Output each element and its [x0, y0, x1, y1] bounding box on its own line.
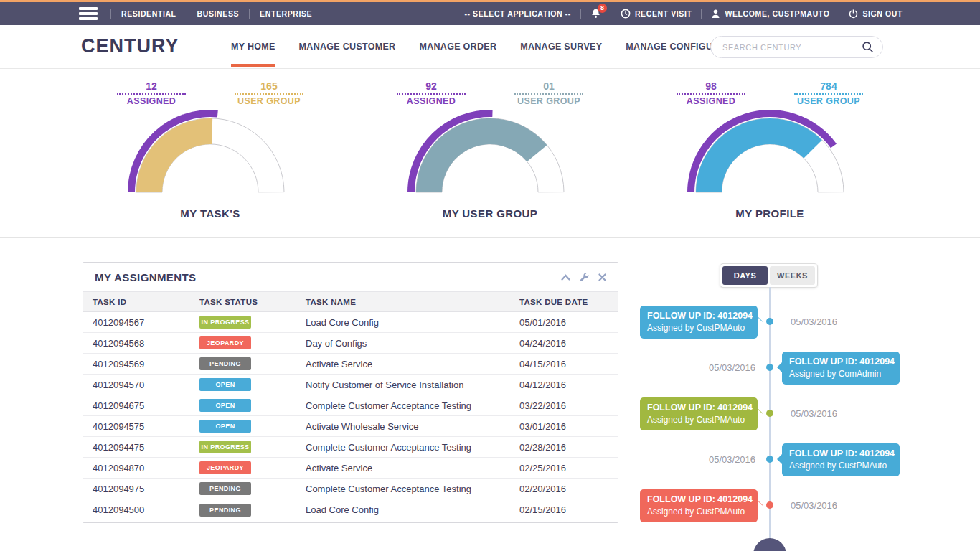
task-due-date-cell: 05/01/2016 [519, 317, 618, 328]
topbar-menu-enterprise[interactable]: ENTERPRISE [260, 9, 312, 18]
search-icon[interactable] [862, 41, 874, 53]
timeline-followup-card[interactable]: FOLLOW UP ID: 4012094Assigned by CustPMA… [640, 489, 758, 522]
gauge-title: MY TASK'S [117, 207, 303, 220]
followup-title: FOLLOW UP ID: 4012094 [647, 494, 750, 506]
timeline-dot [766, 456, 773, 463]
timeline-followup-card[interactable]: FOLLOW UP ID: 4012094Assigned by CustPMA… [782, 443, 900, 476]
task-status-cell: PENDING [199, 504, 306, 517]
days-toggle-button[interactable]: DAYS [722, 266, 768, 285]
gauge-usergroup-label: 01USER GROUP [514, 80, 583, 106]
panel-title: MY ASSIGNMENTS [95, 271, 196, 283]
table-row[interactable]: 4012094575OPENActivate Wholesale Service… [83, 416, 618, 437]
task-status-cell: OPEN [199, 420, 306, 433]
table-row[interactable]: 4012094500PENDINGLoad Core Config02/15/2… [83, 499, 618, 520]
task-status-cell: OPEN [199, 378, 306, 391]
table-row[interactable]: 4012094475IN PROGRESSComplete Customer A… [83, 437, 618, 458]
task-name-cell: Notify Customer of Service Installation [306, 380, 519, 390]
task-id-cell: 4012094500 [93, 504, 199, 515]
sign-out-button[interactable]: SIGN OUT [849, 9, 903, 19]
task-status-cell: IN PROGRESS [199, 441, 306, 453]
followup-subtitle: Assigned by CustPMAuto [647, 414, 750, 425]
gauge-my-profile: 98ASSIGNED784USER GROUPMY PROFILE [677, 80, 863, 220]
top-utility-bar: RESIDENTIALBUSINESSENTERPRISE -- SELECT … [0, 2, 980, 25]
task-id-cell: 4012094675 [93, 400, 199, 411]
collapse-panel-icon[interactable] [561, 274, 570, 281]
task-status-cell: PENDING [199, 357, 306, 370]
gauge-arc [124, 106, 296, 196]
timeline-followup-card[interactable]: FOLLOW UP ID: 4012094Assigned by CustPMA… [640, 397, 758, 430]
welcome-user-link[interactable]: WELCOME, CUSTPMAUTO [711, 9, 829, 19]
nav-item-manage-customer[interactable]: MANAGE CUSTOMER [299, 25, 396, 69]
task-due-date-cell: 04/24/2016 [519, 338, 618, 349]
status-badge: IN PROGRESS [199, 441, 251, 453]
task-due-date-cell: 03/22/2016 [519, 400, 618, 411]
table-row[interactable]: 4012094568JEOPARDYDay of Configs04/24/20… [83, 333, 618, 354]
gauge-assigned-label: 12ASSIGNED [117, 80, 186, 106]
timeline-followup-card[interactable]: FOLLOW UP ID: 4012094Assigned by CustPMA… [640, 306, 758, 339]
notifications-bell-icon[interactable]: 8 [590, 8, 601, 19]
weeks-toggle-button[interactable]: WEEKS [770, 266, 815, 285]
task-id-cell: 4012094475 [93, 442, 199, 453]
settings-wrench-icon[interactable] [580, 273, 589, 282]
topbar-menu-residential[interactable]: RESIDENTIAL [121, 9, 176, 18]
table-row[interactable]: 4012094567IN PROGRESSLoad Core Config05/… [83, 312, 618, 333]
task-name-cell: Load Core Config [306, 317, 519, 328]
gauge-my-user-group: 92ASSIGNED01USER GROUPMY USER GROUP [397, 80, 583, 220]
task-id-cell: 4012094975 [93, 484, 199, 494]
gauge-assigned-label: 92ASSIGNED [397, 80, 466, 106]
task-status-cell: JEOPARDY [199, 336, 306, 349]
hamburger-menu-icon[interactable] [79, 7, 98, 20]
search-box [710, 36, 883, 58]
task-name-cell: Activate Service [306, 359, 519, 369]
status-badge: OPEN [199, 399, 251, 412]
nav-item-manage-survey[interactable]: MANAGE SURVEY [520, 25, 602, 69]
status-badge: OPEN [199, 420, 251, 433]
task-id-cell: 4012094575 [93, 421, 199, 432]
timeline-date: 05/03/2016 [709, 454, 758, 465]
table-row[interactable]: 4012094570OPENNotify Customer of Service… [83, 375, 618, 395]
select-application-dropdown[interactable]: -- SELECT APPLICATION -- [464, 9, 571, 18]
timeline-followup-card[interactable]: FOLLOW UP ID: 4012094Assigned by ComAdmi… [782, 352, 900, 385]
divider [187, 9, 187, 19]
recent-visit-label: RECENT VISIT [635, 9, 692, 18]
topbar-menu-business[interactable]: BUSINESS [197, 9, 239, 18]
task-due-date-cell: 04/12/2016 [519, 380, 618, 390]
task-id-cell: 4012094570 [93, 380, 199, 390]
search-input[interactable] [722, 43, 862, 52]
status-badge: IN PROGRESS [199, 316, 251, 329]
my-assignments-panel: MY ASSIGNMENTS TASK IDTASK STATUSTASK NA… [83, 262, 618, 523]
timeline-dot [766, 364, 773, 371]
timeline-date: 05/03/2016 [791, 408, 837, 419]
table-row[interactable]: 4012094675OPENComplete Customer Acceptan… [83, 395, 618, 416]
close-panel-icon[interactable] [598, 273, 606, 281]
gauge-arc [684, 106, 856, 196]
followup-subtitle: Assigned by CustPMAuto [647, 506, 750, 517]
sign-out-label: SIGN OUT [862, 9, 903, 18]
task-name-cell: Activate Service [306, 463, 519, 474]
status-badge: PENDING [199, 357, 251, 370]
table-row[interactable]: 4012094870JEOPARDYActivate Service02/25/… [83, 458, 618, 479]
task-id-cell: 4012094870 [93, 463, 199, 474]
gauge-my-task-s: 12ASSIGNED165USER GROUPMY TASK'S [117, 80, 303, 220]
user-icon [711, 9, 720, 19]
nav-item-manage-order[interactable]: MANAGE ORDER [419, 25, 496, 69]
divider [611, 9, 611, 19]
gauge-usergroup-label: 165USER GROUP [235, 80, 303, 106]
divider [701, 9, 702, 19]
nav-item-my-home[interactable]: MY HOME [231, 25, 275, 69]
divider [110, 9, 111, 19]
task-status-cell: JEOPARDY [199, 461, 306, 474]
task-name-cell: Complete Customer Acceptance Testing [306, 442, 519, 453]
status-badge: PENDING [199, 482, 251, 495]
gauge-title: MY PROFILE [677, 207, 863, 220]
column-header-task-id: TASK ID [93, 298, 199, 306]
table-row[interactable]: 4012094975PENDINGComplete Customer Accep… [83, 479, 618, 499]
followup-subtitle: Assigned by CustPMAuto [789, 460, 892, 471]
timeline-date: 05/03/2016 [791, 500, 837, 511]
task-status-cell: IN PROGRESS [199, 316, 306, 329]
recent-visit-link[interactable]: RECENT VISIT [621, 9, 692, 19]
table-row[interactable]: 4012094569PENDINGActivate Service04/15/2… [83, 354, 618, 375]
century-logo[interactable]: CENTURY [81, 35, 179, 57]
timeline-end-node[interactable] [753, 538, 786, 551]
divider [249, 9, 250, 19]
